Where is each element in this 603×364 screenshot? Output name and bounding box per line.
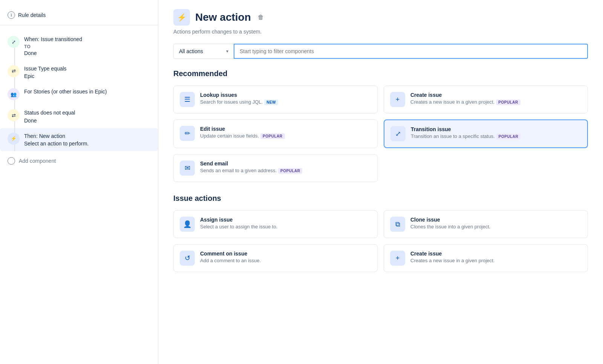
info-icon: i	[8, 11, 15, 19]
filter-input[interactable]	[234, 44, 588, 59]
action-card-clone-issue[interactable]: ⧉ Clone issue Clones the issue into a gi…	[384, 210, 588, 238]
sidebar-item-value-then-new-action: Select an action to perform.	[24, 141, 89, 147]
sidebar-item-for-stories[interactable]: 👥 For Stories (or other issues in Epic)	[0, 84, 158, 105]
action-grid-recommended: ☰ Lookup issues Search for issues using …	[173, 86, 588, 182]
action-card-desc-create-issue-2: Creates a new issue in a given project.	[410, 258, 494, 263]
action-card-desc-send-email: Sends an email to a given address.	[200, 168, 277, 173]
section-title-issue-actions: Issue actions	[173, 194, 588, 203]
badge-edit-issue: POPULAR	[260, 133, 285, 139]
section-title-recommended: Recommended	[173, 69, 588, 78]
action-card-lookup-issues[interactable]: ☰ Lookup issues Search for issues using …	[173, 86, 378, 113]
section-recommended: Recommended ☰ Lookup issues Search for i…	[173, 69, 588, 182]
add-component-button[interactable]: Add component	[0, 151, 158, 171]
filter-dropdown-label: All actions	[179, 48, 203, 54]
action-card-create-issue-2[interactable]: + Create issue Creates a new issue in a …	[384, 244, 588, 272]
action-card-body-transition-issue: Transition issue Transition an issue to …	[411, 126, 581, 140]
action-card-icon-send-email: ✉	[180, 161, 195, 176]
sidebar-item-title-then-new-action: Then: New action	[24, 133, 89, 140]
action-card-title-transition-issue: Transition issue	[411, 126, 581, 132]
sidebar-item-content-status-not-equal: Status does not equal Done	[24, 109, 75, 124]
action-grid-issue-actions: 👤 Assign issue Select a user to assign t…	[173, 210, 588, 272]
sidebar-item-then-new-action[interactable]: ⚡ Then: New action Select an action to p…	[0, 128, 158, 151]
action-card-title-lookup-issues: Lookup issues	[200, 92, 371, 98]
sidebar-items-container: ⤢ When: Issue transitioned TODone ⇄ Issu…	[0, 31, 158, 151]
action-card-title-create-issue-2: Create issue	[410, 251, 582, 257]
badge-send-email: POPULAR	[278, 168, 302, 174]
action-card-desc-lookup-issues: Search for issues using JQL.	[200, 99, 263, 105]
action-card-icon-edit-issue: ✏	[180, 126, 195, 141]
add-component-label: Add component	[19, 158, 56, 164]
badge-create-issue-1: POPULAR	[496, 99, 520, 105]
action-card-icon-create-issue-2: +	[390, 251, 405, 266]
action-card-icon-clone-issue: ⧉	[390, 217, 405, 232]
sidebar-item-title-issue-type: Issue Type equals	[24, 65, 67, 73]
filter-dropdown[interactable]: All actions ▾	[173, 44, 234, 59]
sidebar-item-icon-then-new-action: ⚡	[8, 133, 20, 145]
sidebar-item-content-issue-type: Issue Type equals Epic	[24, 65, 67, 80]
page-subtitle: Actions perform changes to a system.	[173, 29, 588, 35]
action-card-body-comment-on-issue: Comment on issue Add a comment to an iss…	[200, 251, 371, 264]
action-card-body-create-issue-2: Create issue Creates a new issue in a gi…	[410, 251, 582, 264]
action-card-desc-assign-issue: Select a user to assign the issue to.	[200, 224, 277, 229]
sidebar-item-icon-status-not-equal: ⇄	[8, 109, 20, 121]
filter-row: All actions ▾	[173, 44, 588, 59]
action-card-title-clone-issue: Clone issue	[410, 217, 582, 223]
section-issue-actions: Issue actions 👤 Assign issue Select a us…	[173, 194, 588, 272]
delete-icon[interactable]: 🗑	[258, 14, 264, 21]
sidebar-item-status-not-equal[interactable]: ⇄ Status does not equal Done	[0, 105, 158, 128]
action-card-title-send-email: Send email	[200, 161, 371, 167]
badge-lookup-issues: NEW	[264, 99, 278, 105]
rule-details-header[interactable]: i Rule details	[0, 8, 158, 25]
action-card-edit-issue[interactable]: ✏ Edit issue Update certain issue fields…	[173, 119, 378, 148]
action-card-title-assign-issue: Assign issue	[200, 217, 371, 223]
page-header: ⚡ New action 🗑	[173, 9, 588, 26]
action-card-body-assign-issue: Assign issue Select a user to assign the…	[200, 217, 371, 230]
action-card-body-lookup-issues: Lookup issues Search for issues using JQ…	[200, 92, 371, 106]
badge-transition-issue: POPULAR	[496, 134, 520, 139]
action-card-title-create-issue-1: Create issue	[410, 92, 582, 98]
sections-container: Recommended ☰ Lookup issues Search for i…	[173, 69, 588, 272]
action-card-body-send-email: Send email Sends an email to a given add…	[200, 161, 371, 174]
sidebar-item-title-status-not-equal: Status does not equal	[24, 109, 75, 117]
sidebar-item-value-issue-type: Epic	[24, 73, 67, 79]
sidebar-item-content-for-stories: For Stories (or other issues in Epic)	[24, 88, 107, 96]
action-card-desc-comment-on-issue: Add a comment to an issue.	[200, 258, 261, 263]
chevron-down-icon: ▾	[226, 49, 228, 54]
action-card-icon-transition-issue: ⤢	[390, 126, 406, 141]
sidebar-item-value-when-transition: Done	[24, 50, 82, 56]
main-panel: ⚡ New action 🗑 Actions perform changes t…	[158, 0, 603, 364]
action-card-assign-issue[interactable]: 👤 Assign issue Select a user to assign t…	[173, 210, 378, 238]
sidebar-item-title-when-transition: When: Issue transitioned	[24, 36, 82, 43]
action-card-desc-transition-issue: Transition an issue to a specific status…	[411, 133, 495, 139]
action-card-icon-lookup-issues: ☰	[180, 92, 195, 107]
action-card-body-edit-issue: Edit issue Update certain issue fields.P…	[200, 126, 371, 139]
sidebar-item-content-then-new-action: Then: New action Select an action to per…	[24, 133, 89, 147]
action-card-body-create-issue-1: Create issue Creates a new issue in a gi…	[410, 92, 582, 106]
action-card-desc-edit-issue: Update certain issue fields.	[200, 133, 259, 139]
action-card-icon-comment-on-issue: ↺	[180, 251, 195, 266]
action-card-title-comment-on-issue: Comment on issue	[200, 251, 371, 257]
page-title: New action	[195, 11, 251, 23]
action-card-desc-clone-issue: Clones the issue into a given project.	[410, 224, 490, 229]
sidebar: i Rule details ⤢ When: Issue transitione…	[0, 0, 158, 364]
sidebar-item-value-status-not-equal: Done	[24, 118, 75, 124]
sidebar-item-sublabel-when-transition: TO	[24, 44, 82, 49]
action-card-create-issue-1[interactable]: + Create issue Creates a new issue in a …	[384, 86, 588, 113]
sidebar-item-issue-type[interactable]: ⇄ Issue Type equals Epic	[0, 61, 158, 84]
sidebar-item-icon-when-transition: ⤢	[8, 36, 20, 48]
action-card-icon-create-issue-1: +	[390, 92, 405, 107]
sidebar-item-title-for-stories: For Stories (or other issues in Epic)	[24, 88, 107, 96]
action-card-send-email[interactable]: ✉ Send email Sends an email to a given a…	[173, 154, 378, 182]
action-card-comment-on-issue[interactable]: ↺ Comment on issue Add a comment to an i…	[173, 244, 378, 272]
sidebar-item-icon-for-stories: 👥	[8, 88, 20, 100]
sidebar-item-when-transition[interactable]: ⤢ When: Issue transitioned TODone	[0, 31, 158, 61]
rule-details-label: Rule details	[18, 12, 46, 18]
action-card-desc-create-issue-1: Creates a new issue in a given project.	[410, 99, 494, 105]
sidebar-item-content-when-transition: When: Issue transitioned TODone	[24, 36, 82, 56]
page-header-icon: ⚡	[173, 9, 190, 26]
action-card-transition-issue[interactable]: ⤢ Transition issue Transition an issue t…	[384, 119, 588, 148]
action-card-title-edit-issue: Edit issue	[200, 126, 371, 132]
sidebar-item-icon-issue-type: ⇄	[8, 65, 20, 77]
action-card-body-clone-issue: Clone issue Clones the issue into a give…	[410, 217, 582, 230]
add-component-circle-icon	[8, 157, 15, 165]
